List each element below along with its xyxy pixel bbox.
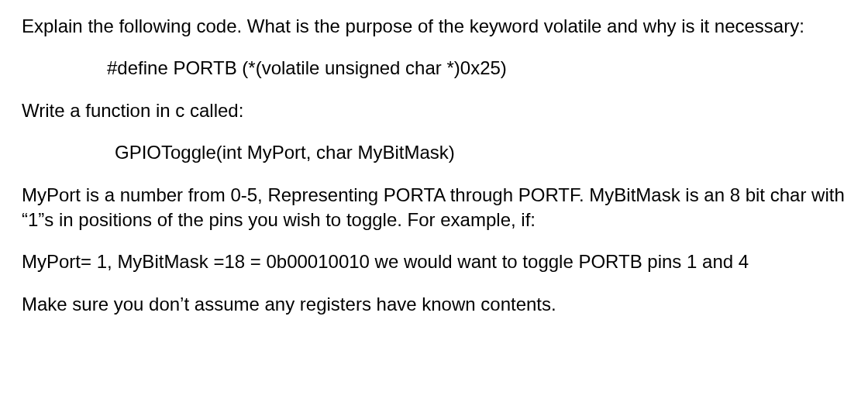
myport-description-paragraph: MyPort is a number from 0-5, Representin… (22, 183, 846, 233)
function-signature-line: GPIOToggle(int MyPort, char MyBitMask) (22, 140, 846, 165)
write-function-paragraph: Write a function in c called: (22, 98, 846, 123)
intro-paragraph: Explain the following code. What is the … (22, 14, 846, 39)
example-paragraph: MyPort= 1, MyBitMask =18 = 0b00010010 we… (22, 249, 846, 274)
note-paragraph: Make sure you don’t assume any registers… (22, 292, 846, 317)
define-code-line: #define PORTB (*(volatile unsigned char … (22, 56, 846, 81)
